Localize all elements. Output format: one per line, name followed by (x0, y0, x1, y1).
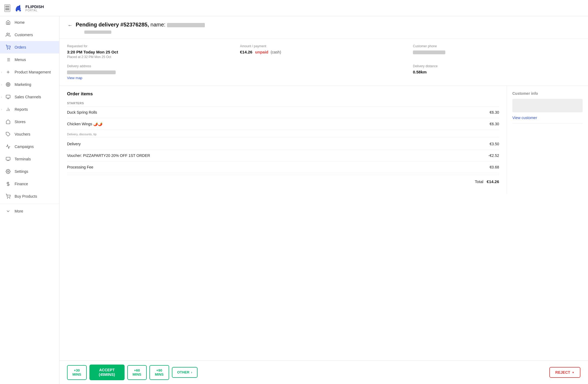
svg-point-1 (19, 6, 20, 7)
surcharge-delivery: Delivery €3.50 (67, 138, 499, 150)
logo-area: FLIPDISH PORTAL (14, 3, 44, 13)
order-name-label: name: (151, 22, 166, 28)
topbar: ☰ FLIPDISH PORTAL (0, 0, 588, 16)
other-button[interactable]: OTHER › (172, 367, 198, 378)
sidebar: Home Customers Orders Menus › Product Ma… (0, 16, 59, 384)
sidebar-label-orders: Orders (15, 45, 26, 49)
plus30-sub-label: MINS (72, 372, 81, 377)
customer-info-label: Customer info (512, 91, 583, 96)
expand-icon-product: › (1, 71, 2, 74)
sidebar-item-campaigns[interactable]: Campaigns (0, 140, 59, 153)
delivery-discounts-label: Delivery, discounts, tip (67, 130, 499, 137)
total-value: €14.26 (487, 179, 499, 184)
page-title: Pending delivery #52376285, name: (76, 22, 205, 28)
menus-icon (5, 57, 11, 62)
sidebar-item-more[interactable]: More (0, 205, 59, 217)
reject-dropdown-icon: ▼ (572, 371, 574, 374)
brand-name-block: FLIPDISH PORTAL (25, 4, 44, 12)
sidebar-label-more: More (15, 209, 23, 213)
sidebar-item-home[interactable]: Home (0, 16, 59, 29)
sidebar-label-menus: Menus (15, 58, 26, 62)
starters-label: STARTERS (67, 99, 499, 107)
sidebar-item-marketing[interactable]: › Marketing (0, 78, 59, 91)
sidebar-label-stores: Stores (15, 120, 25, 124)
buy-products-icon (5, 194, 11, 199)
item-price-chicken: €6.30 (490, 122, 499, 126)
sidebar-label-campaigns: Campaigns (15, 144, 34, 149)
hamburger-button[interactable]: ☰ (4, 4, 10, 12)
surcharge-voucher: Voucher: PIZZAPARTY20 20% OFF 1ST ORDER … (67, 150, 499, 161)
sidebar-item-stores[interactable]: Stores (0, 116, 59, 128)
accept-label: ACCEPT (96, 368, 118, 372)
delivery-address-value (67, 70, 235, 74)
surcharge-voucher-name: Voucher: PIZZAPARTY20 20% OFF 1ST ORDER (67, 153, 150, 158)
spacer-block (240, 64, 407, 80)
total-label: Total €14.26 (475, 179, 499, 184)
view-map-link[interactable]: View map (67, 76, 82, 80)
surcharge-processing-fee: Processing Fee €0.68 (67, 161, 499, 173)
total-row: Total €14.26 (67, 175, 499, 186)
sidebar-label-sales-channels: Sales Channels (15, 95, 41, 99)
svg-rect-23 (6, 157, 10, 160)
sidebar-item-sales-channels[interactable]: › Sales Channels (0, 91, 59, 103)
sidebar-item-reports[interactable]: › Reports (0, 103, 59, 116)
surcharge-processing-name: Processing Fee (67, 165, 93, 169)
more-icon (5, 208, 11, 214)
sidebar-label-customers: Customers (15, 33, 33, 37)
phone-blurred (413, 50, 445, 54)
delivery-distance-value: 0.58km (413, 70, 580, 74)
plus60-button[interactable]: +60 MINS (127, 365, 147, 380)
svg-point-27 (9, 198, 10, 198)
plus30-label: +30 (72, 368, 81, 373)
delivery-address-label: Delivery address (67, 64, 235, 68)
other-arrow-icon: › (191, 370, 192, 375)
sidebar-item-settings[interactable]: Settings (0, 165, 59, 178)
sidebar-item-buy-products[interactable]: Buy Products (0, 190, 59, 203)
svg-point-14 (7, 83, 9, 86)
svg-point-15 (8, 84, 9, 85)
marketing-icon (5, 82, 11, 87)
expand-icon-marketing: › (1, 83, 2, 86)
back-button[interactable]: ← (67, 22, 73, 29)
customer-phone-value (413, 50, 580, 54)
reject-button[interactable]: REJECT ▼ (549, 367, 580, 378)
orders-icon (5, 45, 11, 50)
view-customer-link[interactable]: View customer (512, 116, 583, 123)
plus90-button[interactable]: +90 MINS (149, 365, 169, 380)
sidebar-item-menus[interactable]: Menus (0, 53, 59, 66)
sidebar-item-customers[interactable]: Customers (0, 29, 59, 41)
vouchers-icon (5, 132, 11, 137)
sidebar-item-orders[interactable]: Orders (0, 41, 59, 53)
campaigns-icon (5, 144, 11, 149)
surcharge-delivery-price: €3.50 (490, 142, 499, 146)
svg-point-3 (7, 49, 8, 49)
surcharge-delivery-name: Delivery (67, 142, 81, 146)
svg-point-26 (7, 198, 8, 198)
accept-button[interactable]: ACCEPT (45MINS) (89, 365, 125, 380)
sidebar-label-settings: Settings (15, 169, 28, 174)
customers-icon (5, 32, 11, 38)
amount-value: €14.26 unpaid (cash) (240, 50, 407, 54)
order-items-panel: Order items STARTERS Duck Spring Rolls €… (59, 86, 507, 194)
plus60-sub-label: MINS (133, 372, 142, 377)
sidebar-item-terminals[interactable]: Terminals (0, 153, 59, 165)
plus90-label: +90 (155, 368, 164, 373)
reject-label: REJECT (555, 370, 570, 375)
reports-icon (5, 107, 11, 112)
delivery-address-block: Delivery address View map (67, 64, 235, 80)
item-price-duck: €6.30 (490, 110, 499, 114)
amount-number: €14.26 (240, 50, 252, 54)
amount-block: Amount / payment €14.26 unpaid (cash) (240, 44, 407, 59)
surcharge-voucher-price: -€2.52 (488, 153, 499, 158)
sidebar-item-product-management[interactable]: › Product Management (0, 66, 59, 78)
sidebar-item-vouchers[interactable]: Vouchers (0, 128, 59, 140)
sidebar-item-finance[interactable]: Finance (0, 178, 59, 190)
terminals-icon (5, 156, 11, 162)
sidebar-label-finance: Finance (15, 182, 28, 186)
requested-for-block: Requested for 3:20 PM Today Mon 25 Oct P… (67, 44, 235, 59)
svg-point-2 (7, 33, 8, 35)
order-item-duck-spring-rolls: Duck Spring Rolls €6.30 (67, 107, 499, 118)
plus30-button[interactable]: +30 MINS (67, 365, 87, 380)
sidebar-label-vouchers: Vouchers (15, 132, 30, 136)
item-name-duck: Duck Spring Rolls (67, 110, 97, 114)
